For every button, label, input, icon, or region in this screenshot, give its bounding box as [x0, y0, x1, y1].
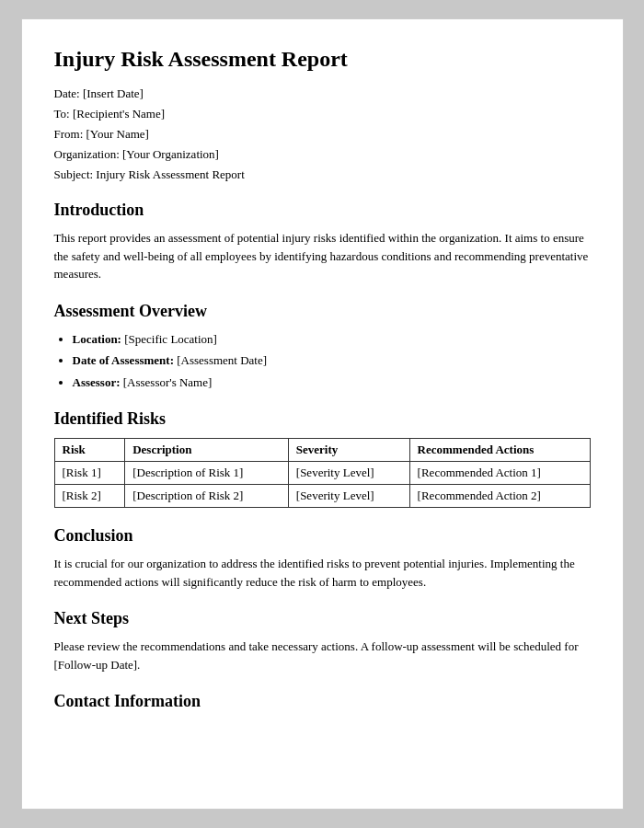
introduction-heading: Introduction — [54, 201, 591, 220]
meta-to: To: [Recipient's Name] — [54, 107, 591, 121]
col-header-description: Description — [125, 439, 289, 462]
risk-1-description: [Description of Risk 1] — [125, 462, 289, 485]
table-row: [Risk 1] [Description of Risk 1] [Severi… — [54, 462, 590, 485]
meta-date: Date: [Insert Date] — [54, 86, 591, 101]
risk-2-description: [Description of Risk 2] — [125, 485, 289, 508]
risk-2-severity: [Severity Level] — [288, 485, 409, 508]
assessment-overview-list: Location: [Specific Location] Date of As… — [73, 330, 591, 392]
risk-1-risk: [Risk 1] — [54, 462, 125, 485]
risks-table: Risk Description Severity Recommended Ac… — [54, 438, 591, 508]
list-item-location: Location: [Specific Location] — [73, 330, 591, 349]
date-of-assessment-value: [Assessment Date] — [177, 353, 267, 367]
contact-information-heading: Contact Information — [54, 692, 591, 711]
date-of-assessment-label: Date of Assessment: — [73, 353, 178, 367]
table-row: [Risk 2] [Description of Risk 2] [Severi… — [54, 485, 590, 508]
col-header-severity: Severity — [288, 439, 409, 462]
table-header-row: Risk Description Severity Recommended Ac… — [54, 439, 590, 462]
meta-subject: Subject: Injury Risk Assessment Report — [54, 167, 591, 182]
next-steps-heading: Next Steps — [54, 609, 591, 628]
meta-org: Organization: [Your Organization] — [54, 147, 591, 162]
conclusion-body: It is crucial for our organization to ad… — [54, 555, 591, 591]
location-label: Location: — [73, 332, 125, 346]
next-steps-body: Please review the recommendations and ta… — [54, 638, 591, 673]
assessor-label: Assessor: — [73, 375, 123, 389]
risk-1-severity: [Severity Level] — [288, 462, 409, 485]
risk-2-actions: [Recommended Action 2] — [409, 485, 590, 508]
report-page: Injury Risk Assessment Report Date: [Ins… — [21, 18, 624, 810]
assessment-overview-heading: Assessment Overview — [54, 302, 591, 321]
conclusion-heading: Conclusion — [54, 526, 591, 546]
risk-2-risk: [Risk 2] — [54, 485, 125, 508]
list-item-date: Date of Assessment: [Assessment Date] — [73, 351, 591, 370]
identified-risks-heading: Identified Risks — [54, 409, 591, 429]
report-title: Injury Risk Assessment Report — [54, 47, 591, 72]
col-header-actions: Recommended Actions — [409, 439, 590, 462]
risk-1-actions: [Recommended Action 1] — [409, 462, 590, 485]
meta-from: From: [Your Name] — [54, 127, 591, 142]
assessor-value: [Assessor's Name] — [123, 375, 213, 389]
introduction-body: This report provides an assessment of po… — [54, 229, 591, 283]
col-header-risk: Risk — [54, 439, 125, 462]
location-value: [Specific Location] — [124, 332, 217, 346]
list-item-assessor: Assessor: [Assessor's Name] — [73, 374, 591, 392]
